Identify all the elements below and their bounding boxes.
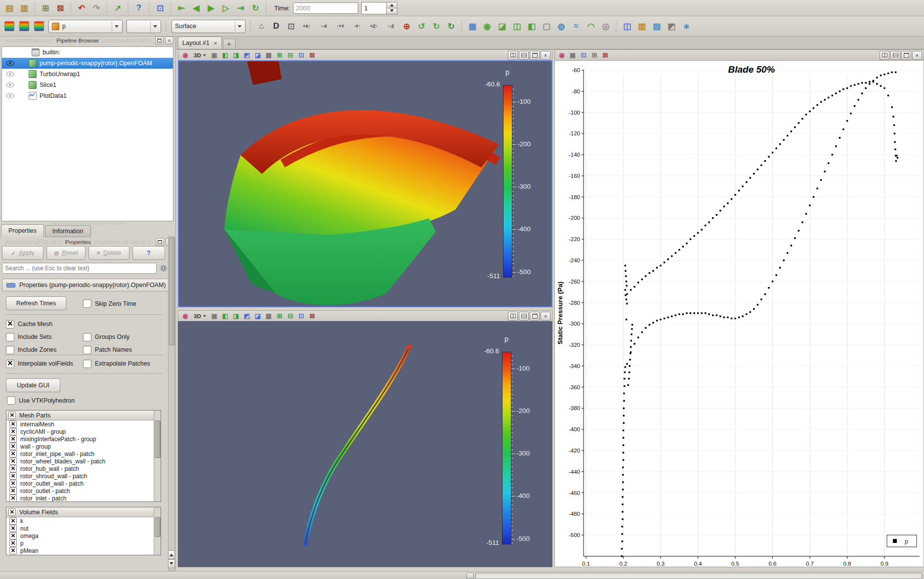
warp-icon[interactable]: ◠ bbox=[584, 19, 598, 33]
split-horizontal-button[interactable] bbox=[508, 51, 518, 60]
view-minus-y-icon[interactable]: -Y↑ bbox=[349, 19, 365, 33]
maximize-button[interactable] bbox=[901, 51, 911, 60]
capture-screenshot-icon[interactable]: ▣ bbox=[210, 50, 219, 60]
split-vertical-button[interactable] bbox=[890, 51, 900, 60]
help-icon[interactable]: ? bbox=[132, 1, 146, 15]
frame-input[interactable] bbox=[361, 2, 386, 14]
list-item[interactable]: wall - group bbox=[6, 443, 161, 450]
list-item[interactable]: internalMesh bbox=[6, 420, 161, 428]
progress-handle[interactable] bbox=[466, 573, 474, 579]
calculator-icon[interactable]: ▦ bbox=[465, 19, 479, 33]
checkbox-box[interactable] bbox=[83, 333, 91, 341]
patch-names-checkbox[interactable]: Patch Names bbox=[83, 346, 132, 354]
properties-titlebar[interactable]: Properties × bbox=[0, 238, 176, 246]
connect-server-icon[interactable]: ⊞ bbox=[39, 1, 52, 15]
split-horizontal-button[interactable] bbox=[880, 51, 889, 60]
eye-icon[interactable] bbox=[6, 82, 19, 88]
rotor-shroud-wall-patch-checkbox[interactable]: rotor_shroud_wall - patch bbox=[9, 472, 87, 480]
toolbar-grip[interactable] bbox=[615, 21, 618, 32]
threshold-icon[interactable]: ◧ bbox=[525, 19, 539, 33]
slice-icon[interactable]: ◫ bbox=[510, 19, 524, 33]
hover-cells-icon[interactable]: ⊡ bbox=[296, 50, 306, 60]
tab-properties[interactable]: Properties bbox=[1, 224, 44, 237]
view-plus-z-icon[interactable]: +Z↑ bbox=[366, 19, 382, 33]
toolbar-grip[interactable] bbox=[148, 2, 151, 13]
pipeline-item[interactable]: PlotData1 bbox=[2, 90, 173, 101]
view-plus-x-icon[interactable]: +X↑ bbox=[299, 19, 315, 33]
chart-canvas[interactable]: -60-80-100-120-140-160-180-200-220-240-2… bbox=[554, 60, 924, 567]
select-points-on-icon[interactable]: ◨ bbox=[231, 50, 241, 60]
list-item[interactable]: k bbox=[6, 517, 161, 525]
select-cells-through-icon[interactable]: ◩ bbox=[242, 311, 252, 321]
select-chart-region-icon[interactable]: ⊡ bbox=[579, 50, 588, 60]
select-points-through-icon[interactable]: ◪ bbox=[253, 311, 263, 321]
checkbox-box[interactable] bbox=[83, 346, 91, 354]
select-colors-icon[interactable]: ◩ bbox=[665, 19, 678, 33]
list-item[interactable]: rotor_outlet_wall - patch bbox=[6, 480, 161, 487]
list-item[interactable]: rotor_shroud_wall - patch bbox=[6, 472, 161, 480]
rotor-3d-rendering[interactable] bbox=[179, 61, 551, 306]
last-frame-icon[interactable]: ⇥ bbox=[234, 1, 248, 15]
toolbar-grip[interactable] bbox=[264, 2, 268, 13]
freeze-icon[interactable]: ∗ bbox=[679, 19, 693, 33]
checkbox-box[interactable] bbox=[83, 299, 91, 308]
pipeline-close-button[interactable]: × bbox=[165, 37, 173, 44]
capture-screenshot-icon[interactable]: ▣ bbox=[568, 50, 578, 60]
toolbar-grip[interactable] bbox=[169, 2, 172, 13]
view-minus-z-icon[interactable]: ↑-Z bbox=[383, 19, 399, 33]
capture-screenshot-icon[interactable]: ▣ bbox=[210, 311, 219, 321]
toolbar-grip[interactable] bbox=[105, 2, 109, 13]
maximize-button[interactable] bbox=[530, 312, 540, 321]
rotor-wheel-blades-wall-patch-checkbox[interactable]: rotor_wheel_blades_wall - patch bbox=[9, 457, 105, 465]
camera-redo-icon[interactable]: ↗ bbox=[111, 1, 125, 15]
rotate-ccw-icon[interactable]: ↺ bbox=[415, 19, 428, 33]
checkbox-box[interactable] bbox=[6, 320, 14, 329]
list-item[interactable]: cyclicAMI - group bbox=[6, 428, 161, 435]
select-block-icon[interactable]: ▦ bbox=[264, 311, 274, 321]
gear-icon[interactable] bbox=[159, 264, 168, 273]
list-item[interactable]: rotor_hub_wall - patch bbox=[6, 465, 161, 472]
tab-layout-1[interactable]: Layout #1 × bbox=[178, 37, 222, 49]
toolbar-grip[interactable] bbox=[249, 21, 252, 32]
clear-zoom-icon[interactable]: ⊠ bbox=[600, 50, 610, 60]
scrollbar-thumb[interactable] bbox=[155, 420, 161, 458]
interactive-select-points-icon[interactable]: ⊟ bbox=[286, 311, 295, 321]
help-button[interactable]: ? bbox=[132, 246, 166, 260]
disconnect-server-icon[interactable]: ⊠ bbox=[53, 1, 67, 15]
list-header[interactable]: Mesh Parts bbox=[6, 411, 161, 420]
extract-subset-icon[interactable]: ▢ bbox=[540, 19, 553, 33]
find-data-icon[interactable]: ⊡ bbox=[153, 1, 167, 15]
pressure-chart[interactable]: -60-80-100-120-140-160-180-200-220-240-2… bbox=[555, 61, 924, 567]
component-select[interactable] bbox=[126, 20, 161, 33]
camera-orientation-icon[interactable]: ⊕ bbox=[400, 19, 414, 33]
contour-icon[interactable]: ◉ bbox=[480, 19, 494, 33]
interactive-select-points-icon[interactable]: ⊟ bbox=[286, 50, 295, 60]
next-frame-icon[interactable]: ▷ bbox=[219, 1, 233, 15]
show-color-legend-icon[interactable]: ▥ bbox=[635, 19, 649, 33]
scroll-down-button[interactable] bbox=[168, 559, 175, 568]
list-header[interactable]: Volume Fields bbox=[6, 507, 161, 517]
toolbar-grip[interactable] bbox=[126, 2, 130, 13]
list-item[interactable]: omega bbox=[6, 532, 161, 539]
select-points-on-icon[interactable]: ◨ bbox=[231, 311, 241, 321]
list-scrollbar[interactable] bbox=[154, 411, 161, 501]
rescale-range-icon[interactable] bbox=[34, 21, 44, 31]
checkbox-box[interactable] bbox=[6, 333, 14, 341]
edit-view-options-icon[interactable]: ◉ bbox=[557, 50, 567, 60]
clear-selection-icon[interactable]: ⊠ bbox=[307, 311, 317, 321]
list-item[interactable]: rotor_inlet_pipe_wall - patch bbox=[6, 450, 161, 457]
time-input[interactable] bbox=[293, 2, 358, 14]
split-view-icon[interactable]: ◫ bbox=[620, 19, 634, 33]
close-button[interactable]: × bbox=[912, 51, 922, 60]
checkbox-box[interactable] bbox=[8, 508, 16, 516]
frame-up-button[interactable] bbox=[386, 2, 397, 8]
rotor-hub-wall-patch-checkbox[interactable]: rotor_hub_wall - patch bbox=[9, 465, 79, 472]
interactive-select-cells-icon[interactable]: ⊞ bbox=[275, 50, 285, 60]
render-view-1-canvas[interactable]: p-60.6-511-100-200-300-400-500 bbox=[178, 60, 552, 307]
interpolate-volfields-checkbox[interactable]: Interpolate volFields bbox=[6, 360, 73, 368]
blade-slice-rendering[interactable] bbox=[178, 321, 551, 566]
frame-down-button[interactable] bbox=[386, 8, 397, 14]
split-vertical-button[interactable] bbox=[519, 51, 529, 60]
rotate-cw-icon[interactable]: ↻ bbox=[429, 19, 443, 33]
properties-scrollbar[interactable] bbox=[168, 236, 175, 571]
